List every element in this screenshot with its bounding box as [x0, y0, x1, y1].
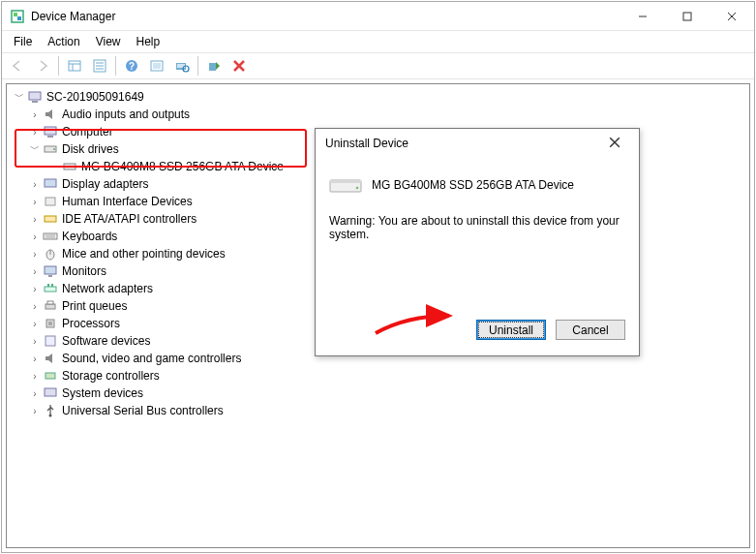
toolbar-divider	[115, 56, 116, 76]
toolbar-divider	[58, 56, 59, 76]
back-button[interactable]	[6, 54, 29, 77]
storage-icon	[43, 368, 58, 384]
svg-rect-24	[29, 92, 41, 100]
expand-icon[interactable]: ›	[28, 319, 42, 329]
svg-point-29	[53, 148, 55, 150]
expand-icon[interactable]: ›	[28, 197, 42, 207]
collapse-icon[interactable]: ﹀	[13, 90, 26, 104]
svg-rect-1	[14, 13, 17, 16]
svg-rect-21	[209, 63, 216, 71]
svg-rect-56	[330, 180, 361, 183]
keyboard-icon	[43, 229, 58, 244]
expand-icon[interactable]: ›	[28, 179, 42, 190]
dialog-close-button[interactable]	[600, 137, 629, 151]
svg-rect-50	[45, 373, 55, 379]
tree-node-system[interactable]: ›System devices	[9, 385, 747, 402]
maximize-button[interactable]	[665, 2, 710, 30]
tree-node-storage[interactable]: ›Storage controllers	[9, 367, 747, 385]
software-icon	[43, 333, 58, 349]
svg-rect-33	[45, 198, 55, 205]
svg-rect-7	[69, 61, 80, 71]
usb-icon	[43, 403, 58, 418]
titlebar: Device Manager	[2, 2, 754, 31]
drive-icon	[329, 174, 362, 196]
svg-rect-44	[51, 284, 53, 287]
expand-icon[interactable]: ›	[28, 284, 42, 294]
tree-root-label: SC-201905091649	[46, 90, 144, 104]
tree-node-audio[interactable]: ›Audio inputs and outputs	[9, 106, 747, 123]
uninstall-button[interactable]: Uninstall	[476, 320, 546, 340]
svg-rect-35	[44, 233, 57, 239]
tree-root[interactable]: ﹀ SC-201905091649	[9, 88, 747, 106]
expand-icon[interactable]: ›	[28, 388, 42, 399]
collapse-icon[interactable]: ﹀	[28, 142, 42, 156]
expand-icon[interactable]: ›	[28, 354, 42, 364]
menu-action[interactable]: Action	[42, 33, 85, 50]
speaker-icon	[43, 351, 58, 366]
expand-icon[interactable]: ›	[28, 214, 42, 225]
update-driver-button[interactable]	[145, 54, 168, 77]
menu-file[interactable]: File	[8, 33, 38, 50]
svg-rect-48	[48, 322, 52, 325]
forward-button[interactable]	[31, 54, 54, 77]
expand-icon[interactable]: ›	[28, 109, 42, 120]
expand-icon[interactable]: ›	[28, 406, 42, 416]
display-icon	[43, 176, 58, 192]
svg-rect-34	[45, 216, 56, 222]
close-button[interactable]	[710, 2, 754, 30]
window-title: Device Manager	[31, 10, 620, 23]
system-icon	[43, 385, 58, 401]
properties-button[interactable]	[88, 54, 111, 77]
computer-icon	[43, 124, 58, 139]
svg-rect-4	[683, 13, 691, 20]
ide-icon	[43, 211, 58, 227]
expand-icon[interactable]: ›	[28, 127, 42, 138]
svg-rect-25	[32, 101, 38, 103]
svg-rect-51	[45, 388, 56, 396]
svg-rect-40	[45, 266, 56, 274]
svg-point-57	[356, 187, 359, 190]
cancel-button[interactable]: Cancel	[556, 320, 625, 340]
expand-icon[interactable]: ›	[28, 371, 42, 382]
drive-icon	[43, 141, 58, 157]
svg-rect-2	[17, 16, 21, 20]
svg-text:?: ?	[129, 61, 135, 72]
help-button[interactable]: ?	[120, 54, 143, 77]
svg-rect-32	[45, 179, 56, 187]
printer-icon	[43, 298, 58, 314]
svg-rect-41	[48, 275, 52, 277]
drive-icon	[62, 159, 77, 174]
expand-icon[interactable]: ›	[28, 249, 42, 260]
cpu-icon	[43, 316, 58, 331]
svg-rect-42	[45, 287, 56, 292]
svg-rect-17	[153, 63, 161, 69]
scan-hardware-button[interactable]	[170, 54, 194, 77]
speaker-icon	[43, 107, 58, 122]
expand-icon[interactable]: ›	[28, 231, 42, 242]
toolbar: ?	[2, 52, 754, 79]
app-icon	[10, 9, 25, 24]
hid-icon	[43, 194, 58, 209]
show-hidden-button[interactable]	[63, 54, 86, 77]
svg-point-31	[73, 166, 75, 168]
tree-node-usb[interactable]: ›Universal Serial Bus controllers	[9, 402, 747, 419]
svg-rect-46	[47, 301, 53, 304]
minimize-button[interactable]	[620, 2, 665, 30]
uninstall-device-dialog: Uninstall Device MG BG400M8 SSD 256GB AT…	[315, 128, 640, 356]
dialog-titlebar: Uninstall Device	[316, 129, 639, 158]
enable-device-button[interactable]	[202, 54, 226, 77]
expand-icon[interactable]: ›	[28, 266, 42, 277]
expand-icon[interactable]: ›	[28, 336, 42, 347]
uninstall-device-button[interactable]	[227, 54, 251, 77]
menubar: File Action View Help	[2, 31, 754, 52]
dialog-body: MG BG400M8 SSD 256GB ATA Device Warning:…	[316, 158, 639, 355]
dialog-device-name: MG BG400M8 SSD 256GB ATA Device	[372, 178, 574, 192]
dialog-warning-text: Warning: You are about to uninstall this…	[329, 214, 625, 241]
menu-view[interactable]: View	[90, 33, 127, 50]
expand-icon[interactable]: ›	[28, 301, 42, 312]
dialog-title: Uninstall Device	[325, 137, 600, 150]
toolbar-divider	[197, 56, 198, 76]
computer-icon	[27, 89, 43, 105]
window-controls	[620, 2, 754, 30]
menu-help[interactable]: Help	[131, 33, 166, 50]
